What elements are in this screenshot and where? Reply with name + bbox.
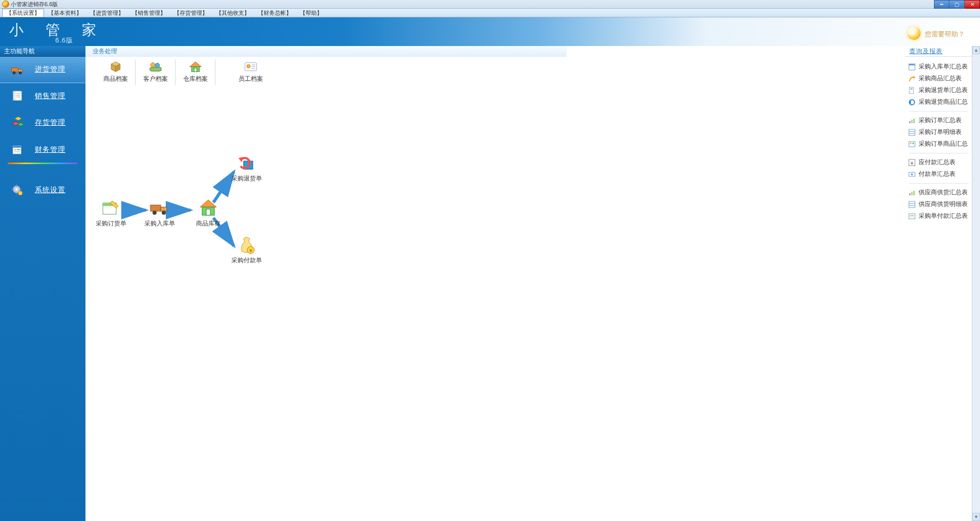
nav-finance[interactable]: 财务管理	[0, 137, 85, 163]
svg-point-47	[162, 211, 166, 215]
workflow-arrows	[85, 87, 567, 292]
report-item[interactable]: 供应商供货汇总表	[908, 187, 970, 198]
report-icon	[908, 201, 916, 208]
menu-sales[interactable]: 【销售管理】	[128, 9, 170, 17]
right-reports-panel: 查询及报表 采购入库单汇总表 采购商品汇总表 采购退货单汇总表 采购退货商品汇总	[905, 46, 972, 521]
menu-inventory[interactable]: 【存货管理】	[170, 9, 212, 17]
menu-other-io[interactable]: 【其他收支】	[212, 9, 254, 17]
toolbar-customer-archive[interactable]: 客户档案	[136, 59, 176, 85]
menu-basic-data[interactable]: 【基本资料】	[44, 9, 86, 17]
svg-point-2	[13, 72, 15, 74]
svg-text:¥: ¥	[249, 248, 252, 253]
node-stock[interactable]: 商品库存	[185, 199, 231, 228]
order-form-icon	[101, 199, 121, 217]
cubes-icon	[0, 116, 35, 129]
nav-sales[interactable]: 销售管理	[0, 83, 85, 110]
nav-purchase-label: 进货管理	[35, 65, 66, 74]
svg-marker-52	[238, 157, 244, 162]
report-label: 采购单付款汇总表	[919, 212, 968, 220]
node-purchase-order[interactable]: 采购订货单	[88, 199, 134, 228]
report-icon: ¥	[908, 159, 916, 166]
report-item[interactable]: 采购退货商品汇总	[908, 96, 970, 108]
return-icon	[236, 154, 257, 172]
archive-toolbar: 商品档案 客户档案 仓库档案 员工档案	[85, 57, 567, 87]
svg-point-34	[247, 64, 250, 68]
svg-rect-5	[15, 91, 21, 100]
svg-marker-9	[15, 117, 21, 121]
report-item[interactable]: 采购商品汇总表	[908, 73, 970, 84]
help-bulb-icon[interactable]	[907, 27, 921, 40]
toolbar-staff-archive[interactable]: 员工档案	[231, 59, 271, 85]
toolbar-warehouse-archive[interactable]: 仓库档案	[176, 59, 215, 85]
report-item[interactable]: 付款单汇总表	[908, 168, 970, 180]
svg-rect-44	[150, 205, 161, 211]
left-nav-panel: 主功能导航 进货管理 销售管理 存货管理	[0, 46, 85, 521]
report-icon	[908, 129, 916, 136]
report-label: 应付款汇总表	[919, 158, 955, 167]
svg-rect-58	[909, 87, 913, 94]
svg-rect-76	[913, 191, 914, 195]
svg-rect-69	[912, 143, 914, 144]
nav-purchase[interactable]: 进货管理	[0, 57, 85, 83]
report-item[interactable]: 供应商供货明细表	[908, 198, 970, 210]
truck-icon	[0, 63, 35, 76]
gear-icon	[0, 184, 35, 197]
menu-purchase[interactable]: 【进货管理】	[86, 9, 128, 17]
report-label: 采购订单明细表	[919, 128, 962, 137]
menu-help[interactable]: 【帮助】	[296, 9, 326, 17]
report-label: 供应商供货汇总表	[919, 188, 968, 197]
report-icon	[908, 63, 916, 71]
menu-system-settings[interactable]: 【系统设置】	[2, 9, 44, 17]
app-version: 6.6版	[55, 36, 73, 45]
report-item[interactable]: 采购退货单汇总表	[908, 84, 970, 96]
toolbar-warehouse-archive-label: 仓库档案	[183, 75, 208, 82]
toolbar-product-archive[interactable]: 商品档案	[96, 59, 136, 85]
report-label: 采购订单商品汇总	[919, 140, 968, 148]
window-maximize-button[interactable]: ▢	[949, 0, 965, 9]
report-item[interactable]: ¥ 应付款汇总表	[908, 156, 970, 168]
report-label: 付款单汇总表	[919, 170, 955, 178]
right-scrollbar[interactable]: ▲ ▼	[972, 46, 980, 521]
report-icon	[908, 141, 916, 148]
svg-rect-62	[911, 120, 912, 123]
report-icon	[908, 75, 916, 82]
box-icon	[108, 61, 123, 73]
node-purchase-pay[interactable]: ¥ 采购付款单	[224, 236, 270, 265]
svg-point-46	[153, 211, 157, 215]
svg-marker-30	[189, 61, 201, 66]
report-label: 采购商品汇总表	[919, 74, 962, 83]
nav-finance-label: 财务管理	[35, 145, 66, 154]
app-icon	[2, 1, 9, 8]
svg-rect-0	[12, 68, 18, 72]
report-item[interactable]: 采购订单汇总表	[908, 115, 970, 126]
report-group-divider	[909, 153, 969, 153]
report-group-divider	[909, 183, 969, 184]
svg-marker-57	[913, 76, 916, 79]
svg-rect-56	[909, 64, 915, 65]
header-banner: 小 管 家 6.6版 您需要帮助？	[0, 17, 980, 46]
node-purchase-pay-label: 采购付款单	[231, 257, 262, 264]
report-item[interactable]: 采购入库单汇总表	[908, 61, 970, 73]
report-label: 采购退货单汇总表	[919, 86, 968, 95]
help-link[interactable]: 您需要帮助？	[925, 30, 965, 39]
scroll-down-arrow-icon[interactable]: ▼	[972, 513, 980, 521]
blank-area	[567, 46, 905, 521]
report-label: 供应商供货明细表	[919, 200, 968, 209]
svg-rect-74	[909, 193, 910, 195]
window-close-button[interactable]: ✕	[965, 0, 980, 9]
node-purchase-in[interactable]: 采购入库单	[137, 199, 183, 228]
report-item[interactable]: 采购订单商品汇总	[908, 138, 970, 150]
window-minimize-button[interactable]: ━	[934, 0, 949, 9]
toolbar-staff-archive-label: 员工档案	[238, 75, 263, 82]
svg-rect-16	[14, 151, 20, 152]
report-item[interactable]: 采购单付款汇总表	[908, 210, 970, 222]
nav-inventory[interactable]: 存货管理	[0, 110, 85, 137]
svg-rect-59	[910, 88, 912, 89]
node-purchase-return[interactable]: 采购退货单	[224, 154, 270, 183]
report-item[interactable]: 采购订单明细表	[908, 126, 970, 138]
report-icon	[908, 171, 916, 178]
scroll-up-arrow-icon[interactable]: ▲	[972, 46, 980, 54]
nav-system-settings[interactable]: 系统设置	[0, 177, 85, 204]
menu-finance[interactable]: 【财务总帐】	[254, 9, 296, 17]
money-bag-icon: ¥	[236, 236, 257, 254]
